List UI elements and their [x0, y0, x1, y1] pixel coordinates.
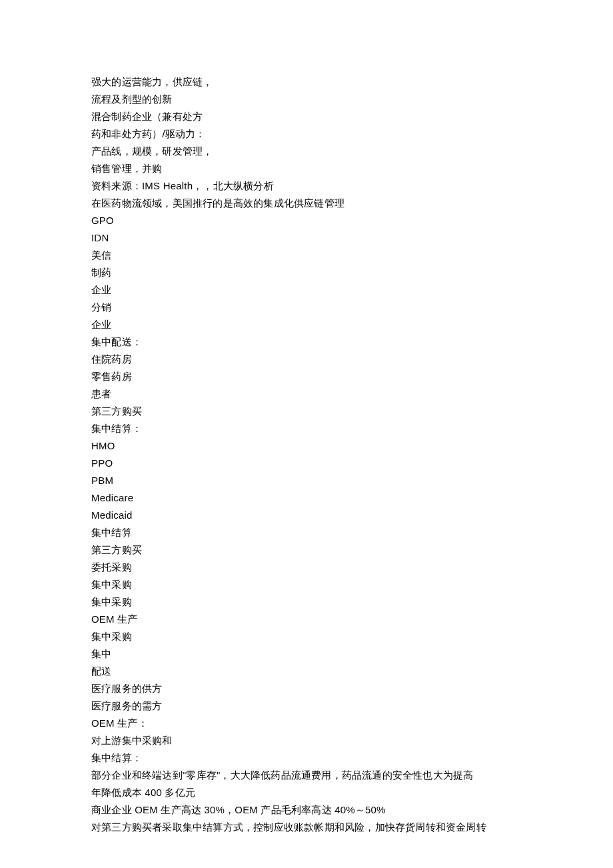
text-line: 销售管理，并购 — [91, 160, 613, 177]
text-line: 流程及剂型的创新 — [91, 91, 613, 108]
document-body: 强大的运营能力，供应链， 流程及剂型的创新 混合制药企业（兼有处方 药和非处方药… — [0, 0, 613, 836]
text-line: IDN — [91, 229, 613, 247]
text-line: 集中采购 — [91, 576, 613, 593]
text-line: PBM — [91, 472, 613, 489]
text-line: OEM 生产 — [91, 611, 613, 628]
text-line: 企业 — [91, 281, 613, 299]
text-line: 美信 — [91, 247, 613, 264]
text-line: 第三方购买 — [91, 403, 613, 420]
text-line: 年降低成本 400 多亿元 — [91, 784, 613, 801]
text-line: 对上游集中采购和 — [91, 732, 613, 749]
text-line: 强大的运营能力，供应链， — [91, 73, 613, 91]
text-line: 集中配送： — [91, 333, 613, 351]
text-line: 商业企业 OEM 生产高达 30%，OEM 产品毛利率高达 40%～50% — [91, 801, 613, 819]
text-line: 资料来源：IMS Health，，北大纵横分析 — [91, 177, 613, 195]
text-line: 分销 — [91, 299, 613, 316]
text-line: 产品线，规模，研发管理， — [91, 143, 613, 160]
text-line: 混合制药企业（兼有处方 — [91, 108, 613, 125]
text-line: 制药 — [91, 264, 613, 281]
text-line: 在医药物流领域，美国推行的是高效的集成化供应链管理 — [91, 195, 613, 212]
text-line: 集中采购 — [91, 628, 613, 645]
text-line: PPO — [91, 455, 613, 472]
text-line: 医疗服务的供方 — [91, 680, 613, 697]
text-line: 医疗服务的需方 — [91, 697, 613, 715]
text-line: 住院药房 — [91, 351, 613, 368]
text-line: OEM 生产： — [91, 715, 613, 732]
text-line: 患者 — [91, 385, 613, 403]
text-line: GPO — [91, 212, 613, 229]
text-line: 第三方购买 — [91, 541, 613, 559]
text-line: Medicare — [91, 489, 613, 507]
text-line: 集中 — [91, 645, 613, 663]
text-line: 对第三方购买者采取集中结算方式，控制应收账款帐期和风险，加快存货周转和资金周转 — [91, 819, 613, 836]
text-line: 药和非处方药）/驱动力： — [91, 125, 613, 143]
text-line: 集中结算： — [91, 420, 613, 437]
text-line: Medicaid — [91, 507, 613, 524]
text-line: 企业 — [91, 316, 613, 333]
text-line: 集中结算： — [91, 749, 613, 767]
text-line: 配送 — [91, 663, 613, 680]
text-line: 零售药房 — [91, 368, 613, 385]
text-line: 部分企业和终端达到"零库存"，大大降低药品流通费用，药品流通的安全性也大为提高 — [91, 767, 613, 784]
text-line: 委托采购 — [91, 559, 613, 576]
text-line: 集中结算 — [91, 524, 613, 541]
text-line: 集中采购 — [91, 593, 613, 611]
text-line: HMO — [91, 437, 613, 455]
